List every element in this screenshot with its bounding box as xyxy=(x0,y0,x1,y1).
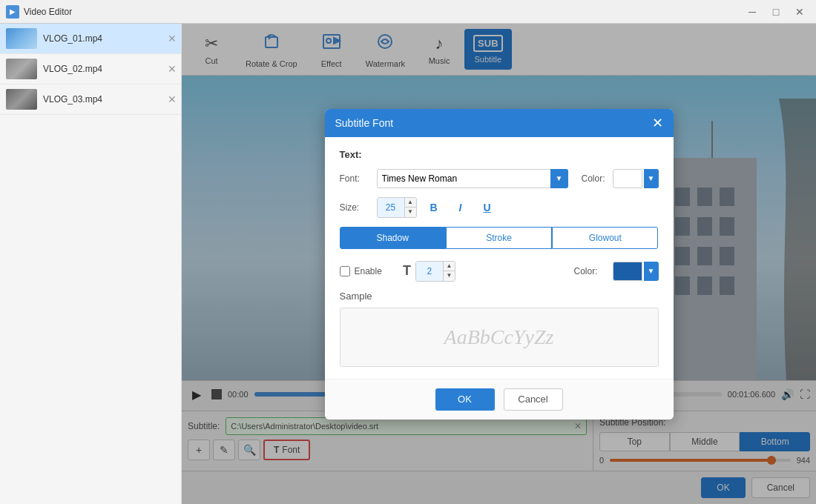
maximize-button[interactable]: □ xyxy=(766,4,786,19)
size-input-wrap: ▲ ▼ xyxy=(377,197,417,218)
shadow-size-wrap: T ▲ ▼ xyxy=(403,261,455,282)
underline-button[interactable]: U xyxy=(478,198,497,217)
minimize-button[interactable]: ─ xyxy=(742,4,763,19)
size-row: Size: ▲ ▼ B I U xyxy=(340,197,659,218)
size-spinners: ▲ ▼ xyxy=(404,198,416,217)
text-section-label: Text: xyxy=(340,149,659,160)
enable-checkbox[interactable] xyxy=(340,266,350,276)
effect-tabs: Shadow Stroke Glowout xyxy=(340,227,659,249)
modal-footer: OK Cancel xyxy=(325,379,674,420)
italic-button[interactable]: I xyxy=(451,198,470,217)
size-label: Size: xyxy=(340,202,369,213)
modal-header: Subtitle Font ✕ xyxy=(325,109,674,137)
font-select-wrap: Times New Roman ▼ xyxy=(377,169,568,188)
modal-title: Subtitle Font xyxy=(335,117,394,129)
app-title: Video Editor xyxy=(24,7,742,17)
modal-overlay: Subtitle Font ✕ Text: Font: Times New Ro… xyxy=(182,24,816,504)
file-name: VLOG_03.mp4 xyxy=(43,94,175,105)
shadow-size-input-wrap: ▲ ▼ xyxy=(415,261,455,282)
file-item[interactable]: VLOG_03.mp4 ✕ xyxy=(0,84,181,115)
sidebar: VLOG_01.mp4 ✕ VLOG_02.mp4 ✕ VLOG_03.mp4 … xyxy=(0,24,182,504)
font-row: Font: Times New Roman ▼ Color: ▼ xyxy=(340,169,659,188)
text-size-icon: T xyxy=(403,263,411,279)
effect-color-swatch xyxy=(613,262,642,281)
close-button[interactable]: ✕ xyxy=(789,4,810,19)
enable-checkbox-wrap: Enable xyxy=(340,266,382,276)
file-item[interactable]: VLOG_01.mp4 ✕ xyxy=(0,24,181,54)
file-thumbnail xyxy=(6,28,37,49)
main-content: ✂ Cut Rotate & Crop xyxy=(182,24,816,504)
shadow-size-up[interactable]: ▲ xyxy=(444,262,455,272)
size-up-button[interactable]: ▲ xyxy=(405,198,416,208)
tab-shadow[interactable]: Shadow xyxy=(340,227,446,249)
tab-glowout[interactable]: Glowout xyxy=(552,227,658,249)
shadow-size-down[interactable]: ▼ xyxy=(444,271,455,281)
shadow-settings-row: Enable T ▲ ▼ Color xyxy=(340,261,659,282)
sample-label: Sample xyxy=(340,291,659,302)
file-close-icon[interactable]: ✕ xyxy=(168,33,177,44)
app-body: VLOG_01.mp4 ✕ VLOG_02.mp4 ✕ VLOG_03.mp4 … xyxy=(0,24,816,504)
modal-body: Text: Font: Times New Roman ▼ Color: xyxy=(325,137,674,379)
file-name: VLOG_01.mp4 xyxy=(43,33,175,44)
subtitle-font-modal: Subtitle Font ✕ Text: Font: Times New Ro… xyxy=(325,109,674,420)
modal-cancel-button[interactable]: Cancel xyxy=(504,388,563,411)
file-thumbnail xyxy=(6,89,37,110)
font-select[interactable]: Times New Roman xyxy=(377,169,568,188)
file-close-icon[interactable]: ✕ xyxy=(168,93,177,105)
file-item[interactable]: VLOG_02.mp4 ✕ xyxy=(0,54,181,84)
bold-button[interactable]: B xyxy=(424,198,444,217)
size-input[interactable] xyxy=(378,198,404,217)
window-controls: ─ □ ✕ xyxy=(742,4,810,19)
tab-stroke[interactable]: Stroke xyxy=(446,227,552,249)
app-icon: ▶ xyxy=(6,5,19,19)
file-thumbnail xyxy=(6,59,37,79)
enable-label: Enable xyxy=(355,266,382,276)
file-close-icon[interactable]: ✕ xyxy=(168,63,177,75)
color-label: Color: xyxy=(576,173,605,184)
file-name: VLOG_02.mp4 xyxy=(43,64,175,74)
shadow-size-spinners: ▲ ▼ xyxy=(443,262,455,281)
effect-color-label: Color: xyxy=(574,266,604,276)
format-buttons: B I U xyxy=(424,198,497,217)
modal-close-button[interactable]: ✕ xyxy=(652,116,663,130)
effect-color-dropdown-button[interactable]: ▼ xyxy=(644,262,659,281)
effect-color-swatch-wrap: ▼ xyxy=(613,262,659,281)
shadow-size-input[interactable] xyxy=(416,262,443,281)
sample-area: AaBbCcYyZz xyxy=(340,308,659,367)
color-swatch xyxy=(613,169,642,188)
font-label: Font: xyxy=(340,173,369,184)
size-down-button[interactable]: ▼ xyxy=(405,208,416,217)
modal-ok-button[interactable]: OK xyxy=(435,388,495,411)
color-dropdown-button[interactable]: ▼ xyxy=(644,169,659,188)
color-swatch-wrap: ▼ xyxy=(613,169,659,188)
sample-text: AaBbCcYyZz xyxy=(444,325,554,349)
title-bar: ▶ Video Editor ─ □ ✕ xyxy=(0,0,816,24)
